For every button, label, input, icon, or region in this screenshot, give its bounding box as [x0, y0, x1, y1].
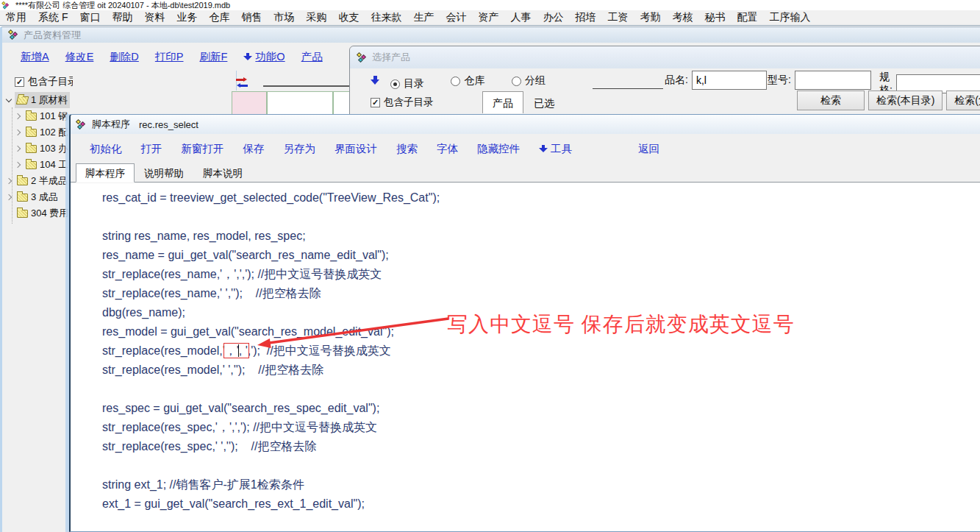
app-title: ****有限公司 综合管理 oit 20240107 - 本地-db\test2…	[15, 0, 230, 11]
chevron-icon[interactable]	[6, 210, 12, 217]
toolbar-link[interactable]: 隐藏控件	[477, 142, 520, 156]
menu-item[interactable]: 考勤	[640, 11, 660, 24]
menu-item[interactable]: 帮助	[112, 11, 132, 24]
code-line: ext_1 = gui_get_val("search_res_ext_1_ed…	[102, 494, 980, 514]
search-button[interactable]: 检索(本目录)	[868, 91, 943, 110]
tree-item[interactable]: 104 工	[4, 157, 73, 173]
toolbar-link[interactable]: 打印P	[155, 50, 184, 64]
search-button[interactable]: 检索(父目录)	[946, 91, 980, 110]
model-field-input[interactable]	[795, 71, 871, 90]
script-window-titlebar: 脚本程序 rec.res_select	[71, 115, 980, 134]
menu-item[interactable]: 收支	[338, 11, 359, 24]
checkbox-checked[interactable]: ✓	[15, 77, 24, 87]
script-name: rec.res_select	[139, 119, 198, 130]
code-line: str_replace(res_model,'，', ','); //把中文逗号…	[102, 341, 980, 361]
checkbox-checked[interactable]: ✓	[371, 98, 380, 107]
menu-item[interactable]: 招培	[575, 11, 595, 24]
toolbar-link[interactable]: 打开	[141, 142, 162, 156]
radio-icon	[390, 79, 400, 89]
down-arrow-icon[interactable]	[371, 76, 380, 85]
chevron-icon[interactable]	[15, 162, 21, 169]
menu-item[interactable]: 销售	[241, 11, 262, 24]
toolbar-link[interactable]: 修改E	[65, 50, 94, 64]
toolbar-link[interactable]: 产品	[301, 50, 323, 64]
swap-icon[interactable]	[236, 77, 248, 88]
code-line: res_spec = gui_get_val("search_res_spec_…	[102, 399, 980, 418]
toolbar-link[interactable]: 初始化	[90, 142, 122, 156]
tree-item[interactable]: 103 办	[4, 141, 73, 157]
tab[interactable]: 脚本程序	[76, 163, 135, 182]
category-tree-panel: ✓ 包含子目录 1 原材料 101 钢 102 配	[4, 71, 73, 532]
search-button[interactable]: 检索	[797, 91, 865, 110]
radio-icon	[451, 77, 460, 86]
code-line: str_replace(res_spec,' ',''); //把空格去除	[102, 437, 980, 456]
filter-underline-field[interactable]	[593, 76, 663, 89]
menu-item[interactable]: 秘书	[704, 11, 725, 24]
code-line	[102, 456, 980, 475]
menu-item[interactable]: 配置	[737, 11, 757, 24]
product-window-title: 产品资料管理	[24, 29, 81, 42]
desktop: ****有限公司 综合管理 oit 20240107 - 本地-db\test2…	[0, 0, 980, 532]
toolbar-link[interactable]: 字体	[437, 142, 458, 156]
menu-item[interactable]: 系统 F	[38, 11, 68, 24]
menu-item[interactable]: 资料	[144, 11, 165, 24]
menu-item[interactable]: 资产	[478, 11, 498, 24]
tab[interactable]: 脚本说明	[193, 164, 252, 182]
toolbar-link[interactable]: 返回	[638, 142, 659, 156]
radio-option[interactable]: 分组	[512, 74, 546, 88]
code-editor[interactable]: res_cat_id = treeview_get_selected_code(…	[71, 183, 980, 531]
menu-item[interactable]: 采购	[306, 11, 326, 24]
tab[interactable]: 说明帮助	[135, 164, 193, 182]
menu-item[interactable]: 工资	[607, 11, 628, 24]
chevron-icon[interactable]	[15, 113, 21, 120]
menu-item[interactable]: 窗口	[79, 11, 100, 24]
tree-item-label: 103 办	[40, 142, 68, 155]
menu-item[interactable]: 生产	[413, 11, 434, 24]
chevron-icon[interactable]	[15, 130, 21, 136]
script-window: 脚本程序 rec.res_select 初始化 打开 新窗打开 保存 另存为 界…	[69, 114, 980, 532]
radio-option[interactable]: 目录	[390, 77, 424, 91]
toolbar-link[interactable]: 工具	[539, 142, 572, 156]
tree-item[interactable]: 2 半成品	[4, 173, 73, 189]
folder-icon	[26, 113, 37, 121]
chevron-icon[interactable]	[6, 194, 12, 201]
toolbar-link[interactable]: 新窗打开	[182, 142, 224, 156]
toolbar-link[interactable]: 界面设计	[335, 142, 377, 156]
menu-item[interactable]: 常用	[6, 11, 26, 24]
toolbar-link[interactable]: 刷新F	[200, 50, 228, 64]
chevron-icon[interactable]	[6, 178, 12, 185]
tree-item[interactable]: 101 钢	[4, 108, 73, 124]
menu-item[interactable]: 办公	[543, 11, 563, 24]
toolbar-link[interactable]: 功能O	[243, 50, 285, 64]
menu-item[interactable]: 仓库	[209, 11, 229, 24]
menu-item[interactable]: 人事	[510, 11, 531, 24]
model-field-label: 型号:	[768, 74, 791, 87]
window-icon	[357, 52, 367, 63]
include-subdir-checkbox-row: ✓ 包含子目录	[4, 71, 73, 92]
name-field-input[interactable]	[692, 71, 767, 90]
toolbar-link[interactable]: 新增A	[21, 50, 49, 64]
toolbar-link[interactable]: 搜索	[396, 142, 418, 156]
menu-item[interactable]: 业务	[176, 11, 197, 24]
chevron-icon[interactable]	[6, 97, 12, 104]
tree-item[interactable]: 1 原材料	[4, 92, 73, 108]
script-window-title: 脚本程序	[92, 118, 130, 131]
highlight-box: ，', '	[225, 344, 248, 357]
menu-item[interactable]: 工序输入	[769, 11, 810, 24]
toolbar-link[interactable]: 另存为	[284, 142, 316, 156]
chevron-icon[interactable]	[15, 146, 21, 152]
menu-item[interactable]: 往来款	[371, 11, 401, 24]
tree-item[interactable]: 102 配	[4, 124, 73, 141]
radio-option[interactable]: 仓库	[451, 74, 484, 88]
tree-item[interactable]: 304 费用	[4, 205, 73, 221]
menu-item[interactable]: 市场	[273, 11, 294, 24]
tree-item-label: 104 工	[40, 158, 68, 171]
toolbar-link[interactable]: 保存	[243, 142, 265, 156]
menubar: 常用 系统 F 窗口 帮助 资料 业务 仓库 销售 市场 采购 收支 往来款 生…	[0, 10, 980, 26]
tab[interactable]: 产品	[482, 91, 523, 113]
menu-item[interactable]: 会计	[446, 11, 466, 24]
toolbar-link[interactable]: 删除D	[110, 50, 138, 64]
menu-item[interactable]: 考核	[672, 11, 693, 24]
tab[interactable]: 已选	[523, 91, 565, 113]
tree-item[interactable]: 3 成品	[4, 189, 73, 205]
